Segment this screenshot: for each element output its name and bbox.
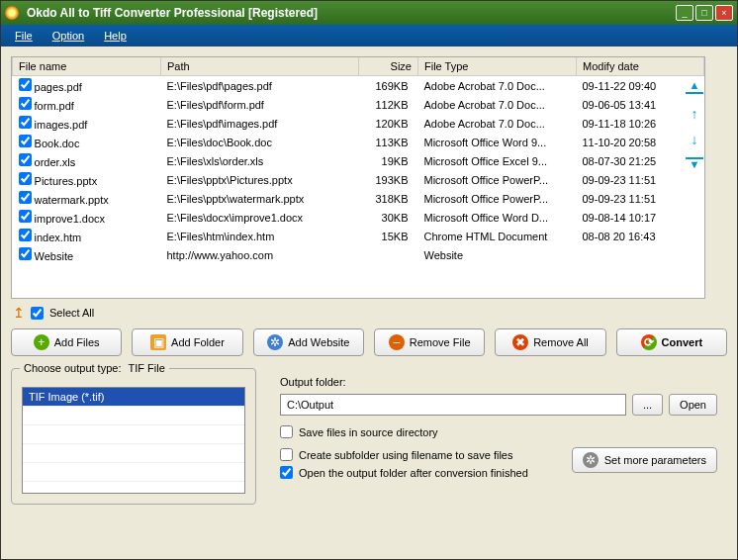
content-area: File name Path Size File Type Modify dat… (1, 47, 737, 514)
move-down-button[interactable]: ↓ (686, 132, 703, 145)
cell-type: Adobe Acrobat 7.0 Doc... (418, 114, 577, 133)
col-size[interactable]: Size (359, 57, 418, 76)
file-list: File name Path Size File Type Modify dat… (11, 56, 705, 299)
create-subfolder-label: Create subfolder using filename to save … (299, 449, 512, 461)
col-filetype[interactable]: File Type (418, 57, 577, 76)
remove-all-icon: ✖ (512, 334, 528, 350)
move-bottom-button[interactable]: ▼ (686, 157, 703, 171)
table-row[interactable]: Book.docE:\Files\doc\Book.doc113KBMicros… (13, 133, 704, 151)
menu-option[interactable]: Option (45, 28, 92, 44)
table-row[interactable]: index.htmE:\Files\htm\index.htm15KBChrom… (13, 227, 704, 245)
table-row[interactable]: Websitehttp://www.yahoo.comWebsite (13, 245, 704, 264)
add-website-label: Add Website (288, 336, 349, 348)
plus-icon: + (34, 334, 49, 350)
row-checkbox[interactable] (19, 210, 32, 223)
table-row[interactable]: order.xlsE:\Files\xls\order.xls19KBMicro… (13, 151, 704, 170)
list-item (23, 444, 244, 463)
cell-size: 318KB (359, 189, 418, 208)
maximize-button[interactable]: □ (695, 5, 713, 21)
add-files-button[interactable]: +Add Files (11, 328, 122, 356)
output-type-item[interactable]: TIF Image (*.tif) (23, 388, 244, 407)
row-checkbox[interactable] (19, 172, 32, 185)
remove-all-label: Remove All (533, 336, 589, 348)
list-item (23, 407, 244, 425)
cell-type: Microsoft Office Word 9... (418, 133, 577, 151)
close-button[interactable]: × (715, 5, 733, 21)
window-title: Okdo All to Tiff Converter Professional … (23, 6, 674, 20)
menu-help[interactable]: Help (96, 28, 135, 44)
set-more-params-button[interactable]: ✲ Set more parameters (572, 447, 717, 473)
title-bar: Okdo All to Tiff Converter Professional … (1, 1, 737, 25)
cell-modify: 09-08-14 10:17 (577, 208, 704, 227)
move-up-button[interactable]: ↑ (686, 106, 703, 120)
cell-path: E:\Files\htm\index.htm (161, 227, 359, 245)
up-folder-icon[interactable]: ↥ (13, 305, 25, 321)
open-folder-button[interactable]: Open (669, 394, 717, 416)
col-modify[interactable]: Modify date (577, 57, 704, 76)
cell-path: E:\Files\doc\Book.doc (161, 133, 359, 151)
row-checkbox[interactable] (19, 247, 32, 260)
cell-size: 193KB (359, 170, 418, 189)
row-checkbox[interactable] (19, 229, 32, 241)
cell-path: E:\Files\pptx\watermark.pptx (161, 189, 359, 208)
table-row[interactable]: watermark.pptxE:\Files\pptx\watermark.pp… (13, 189, 704, 208)
cell-filename: watermark.pptx (35, 194, 109, 206)
table-row[interactable]: improve1.docxE:\Files\docx\improve1.docx… (13, 208, 704, 227)
row-checkbox[interactable] (19, 191, 32, 204)
menu-bar: File Option Help (1, 25, 737, 47)
table-row[interactable]: Pictures.pptxE:\Files\pptx\Pictures.pptx… (13, 170, 704, 189)
add-files-label: Add Files (54, 336, 100, 348)
open-after-checkbox[interactable] (280, 466, 293, 479)
row-checkbox[interactable] (19, 135, 32, 147)
minus-icon: – (389, 334, 405, 350)
create-subfolder-checkbox[interactable] (280, 448, 293, 461)
gear-icon: ✲ (583, 452, 599, 468)
remove-all-button[interactable]: ✖Remove All (495, 328, 605, 356)
row-checkbox[interactable] (19, 97, 32, 110)
output-folder-label: Output folder: (280, 376, 717, 388)
more-params-label: Set more parameters (604, 454, 706, 466)
cell-path: http://www.yahoo.com (161, 245, 359, 264)
cell-filename: improve1.docx (35, 213, 106, 225)
col-path[interactable]: Path (161, 57, 359, 76)
browse-button[interactable]: ... (632, 394, 663, 416)
cell-modify (577, 245, 704, 264)
convert-button[interactable]: ⟳Convert (616, 328, 727, 356)
cell-size: 120KB (359, 114, 418, 133)
cell-modify: 09-09-23 11:51 (577, 189, 704, 208)
cell-filename: pages.pdf (35, 81, 82, 93)
add-folder-button[interactable]: ▣Add Folder (132, 328, 242, 356)
remove-file-button[interactable]: –Remove File (374, 328, 485, 356)
cell-type: Adobe Acrobat 7.0 Doc... (418, 95, 577, 114)
table-row[interactable]: form.pdfE:\Files\pdf\form.pdf112KBAdobe … (13, 95, 704, 114)
open-after-label: Open the output folder after conversion … (299, 467, 528, 479)
output-folder-input[interactable] (280, 394, 626, 416)
cell-filename: index.htm (35, 232, 82, 243)
add-website-button[interactable]: ✲Add Website (253, 328, 364, 356)
cell-path: E:\Files\docx\improve1.docx (161, 208, 359, 227)
save-in-source-checkbox[interactable] (280, 425, 293, 438)
output-type-current: TIF File (129, 362, 165, 374)
cell-type: Microsoft Office PowerP... (418, 189, 577, 208)
cell-size: 30KB (359, 208, 418, 227)
cell-size: 113KB (359, 133, 418, 151)
table-row[interactable]: pages.pdfE:\Files\pdf\pages.pdf169KBAdob… (13, 76, 704, 96)
list-item (23, 463, 244, 482)
reorder-arrows: ▲ ↑ ↓ ▼ (686, 80, 707, 171)
list-item (23, 425, 244, 444)
cell-filename: order.xls (35, 156, 76, 168)
table-row[interactable]: images.pdfE:\Files\pdf\images.pdf120KBAd… (13, 114, 704, 133)
minimize-button[interactable]: _ (676, 5, 693, 21)
move-top-button[interactable]: ▲ (686, 80, 703, 94)
row-checkbox[interactable] (19, 78, 32, 91)
cell-path: E:\Files\pdf\form.pdf (161, 95, 359, 114)
remove-file-label: Remove File (410, 336, 471, 348)
output-type-list[interactable]: TIF Image (*.tif) (22, 387, 245, 494)
select-all-checkbox[interactable] (31, 307, 44, 320)
menu-file[interactable]: File (7, 28, 41, 44)
select-all-label: Select All (49, 307, 94, 319)
cell-size: 19KB (359, 151, 418, 170)
col-filename[interactable]: File name (13, 57, 161, 76)
row-checkbox[interactable] (19, 153, 32, 166)
row-checkbox[interactable] (19, 116, 32, 129)
